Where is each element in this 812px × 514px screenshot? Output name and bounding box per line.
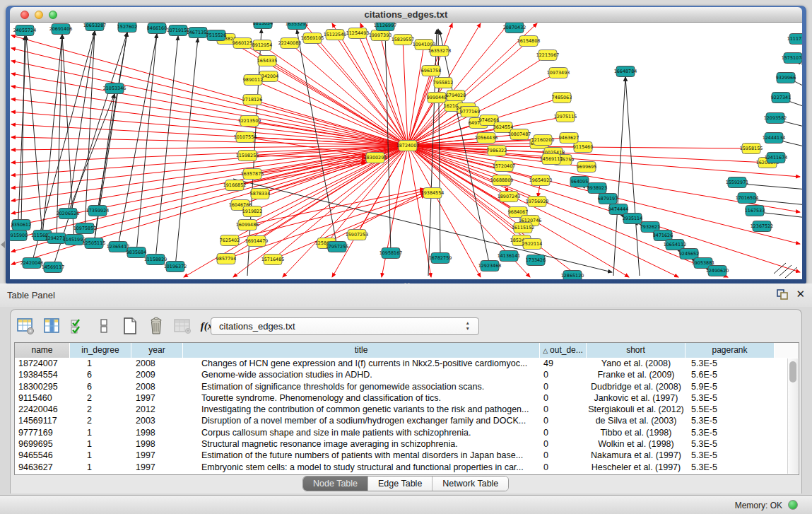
column-header-pagerank[interactable]: pagerank [686, 343, 775, 358]
cell-in_degree[interactable]: 6 [70, 381, 131, 392]
cell-pagerank[interactable]: 5.3E-5 [686, 438, 775, 450]
cell-out_de[interactable]: 0 [540, 369, 587, 380]
cell-name[interactable]: 14569117 [15, 415, 70, 426]
cell-out_de[interactable]: 0 [540, 438, 587, 450]
table-row[interactable]: 1872400712008Changes of HCN gene express… [15, 358, 799, 369]
cell-out_de[interactable]: 0 [540, 462, 587, 473]
cell-title[interactable]: Structural magnetic resonance image aver… [183, 438, 540, 450]
cell-name[interactable]: 9465546 [15, 450, 70, 461]
cell-title[interactable]: Disruption of a novel member of a sodium… [183, 415, 540, 426]
tab-edge-table[interactable]: Edge Table [368, 477, 433, 491]
cell-short[interactable]: de Silva et al. (2003) [587, 415, 686, 426]
tab-node-table[interactable]: Node Table [303, 477, 368, 491]
cell-short[interactable]: Franke et al. (2009) [587, 369, 686, 380]
column-header-short[interactable]: short [587, 343, 686, 358]
cell-in_degree[interactable]: 1 [70, 462, 131, 473]
table-row[interactable]: 977716911998Corpus callosum shape and si… [15, 427, 799, 438]
cell-out_de[interactable]: 49 [540, 358, 587, 369]
cell-out_de[interactable]: 0 [540, 427, 587, 438]
cell-title[interactable]: Genome-wide association studies in ADHD. [183, 369, 540, 380]
select-all-icon[interactable] [69, 317, 87, 336]
node-table[interactable]: namein_degreeyeartitle△out_de...shortpag… [14, 342, 799, 475]
table-row[interactable]: 1456911722003Disruption of a novel membe… [15, 415, 799, 426]
float-window-icon[interactable] [777, 289, 788, 300]
cell-year[interactable]: 1998 [131, 427, 183, 438]
cell-title[interactable]: Corpus callosum shape and size in male p… [183, 427, 540, 438]
cell-name[interactable]: 9115460 [15, 392, 70, 404]
table-header-row[interactable]: namein_degreeyeartitle△out_de...shortpag… [15, 343, 799, 358]
vertical-scrollbar[interactable] [787, 358, 798, 474]
close-panel-icon[interactable]: ✕ [796, 288, 805, 299]
cell-title[interactable]: Changes of HCN gene expression and I(f) … [183, 358, 540, 369]
cell-pagerank[interactable]: 5.3E-5 [686, 427, 775, 438]
show-columns-icon[interactable] [42, 317, 61, 336]
cell-pagerank[interactable]: 5.9E-5 [686, 381, 775, 392]
cell-pagerank[interactable]: 5.6E-5 [686, 369, 775, 380]
cell-pagerank[interactable]: 5.3E-5 [686, 358, 775, 369]
cell-year[interactable]: 2003 [131, 415, 183, 426]
collapse-panel-icon[interactable] [1, 241, 5, 248]
cell-in_degree[interactable]: 1 [70, 427, 131, 438]
cell-out_de[interactable]: 0 [540, 381, 587, 392]
network-canvas[interactable]: 7663822966012589129541654335234200498901… [10, 23, 802, 279]
cell-year[interactable]: 1997 [131, 450, 183, 461]
table-selector-dropdown[interactable]: citations_edges.txt ▲▼ [211, 317, 479, 335]
cell-name[interactable]: 18300295 [15, 381, 70, 392]
cell-title[interactable]: Embryonic stem cells: a model to study s… [183, 462, 540, 473]
cell-year[interactable]: 1998 [131, 438, 183, 450]
table-mode-icon[interactable] [16, 317, 35, 336]
column-header-year[interactable]: year [131, 343, 183, 358]
delete-table-icon[interactable] [173, 317, 192, 336]
table-row[interactable]: 946362711997Embryonic stem cells: a mode… [15, 462, 799, 473]
cell-name[interactable]: 9777169 [15, 427, 70, 438]
delete-columns-icon[interactable] [147, 317, 165, 336]
cell-year[interactable]: 1997 [131, 462, 183, 473]
table-body[interactable]: 1872400712008Changes of HCN gene express… [15, 358, 799, 473]
cell-pagerank[interactable]: 5.3E-5 [686, 462, 775, 473]
cell-name[interactable]: 18724007 [15, 358, 70, 369]
cell-out_de[interactable]: 0 [540, 404, 587, 415]
cell-short[interactable]: Hescheler et al. (1997) [587, 462, 686, 473]
cell-out_de[interactable]: 0 [540, 450, 587, 461]
cell-title[interactable]: Estimation of the future numbers of pati… [183, 450, 540, 461]
column-header-name[interactable]: name [15, 343, 70, 358]
cell-pagerank[interactable]: 5.3E-5 [686, 392, 775, 404]
cell-short[interactable]: Jankovic et al. (1997) [587, 392, 686, 404]
cell-in_degree[interactable]: 1 [70, 358, 131, 369]
cell-short[interactable]: Dudbridge et al. (2008) [587, 381, 686, 392]
cell-pagerank[interactable]: 5.3E-5 [686, 415, 775, 426]
cell-name[interactable]: 9463627 [15, 462, 70, 473]
cell-short[interactable]: Yano et al. (2008) [587, 358, 686, 369]
table-row[interactable]: 911546021997Tourette syndrome. Phenomeno… [15, 392, 799, 404]
cell-short[interactable]: Stergiakouli et al. (2012) [587, 404, 686, 415]
scrollbar-thumb[interactable] [789, 361, 796, 382]
cell-name[interactable]: 19384554 [15, 369, 70, 380]
cell-pagerank[interactable]: 5.3E-5 [686, 450, 775, 461]
cell-title[interactable]: Investigating the contribution of common… [183, 404, 540, 415]
cell-year[interactable]: 1997 [131, 392, 183, 404]
cell-in_degree[interactable]: 2 [70, 415, 131, 426]
cell-short[interactable]: Tibbo et al. (1998) [587, 427, 686, 438]
cell-name[interactable]: 9699695 [15, 438, 70, 450]
column-header-out_de[interactable]: △out_de... [540, 343, 587, 358]
window-titlebar[interactable]: citations_edges.txt [10, 7, 802, 23]
cell-short[interactable]: Wolkin et al. (1998) [587, 438, 686, 450]
cell-in_degree[interactable]: 6 [70, 369, 131, 380]
cell-name[interactable]: 22420046 [15, 404, 70, 415]
table-row[interactable]: 2242004622012Investigating the contribut… [15, 404, 799, 415]
cell-year[interactable]: 2009 [131, 369, 183, 380]
table-row[interactable]: 1830029562008Estimation of significance … [15, 381, 799, 392]
cell-in_degree[interactable]: 1 [70, 450, 131, 461]
tab-network-table[interactable]: Network Table [433, 477, 508, 491]
column-header-title[interactable]: title [183, 343, 540, 358]
cell-out_de[interactable]: 0 [540, 415, 587, 426]
new-column-icon[interactable] [121, 317, 139, 336]
table-row[interactable]: 969969511998Structural magnetic resonanc… [15, 438, 799, 450]
cell-in_degree[interactable]: 2 [70, 392, 131, 404]
cell-in_degree[interactable]: 1 [70, 438, 131, 450]
cell-year[interactable]: 2012 [131, 404, 183, 415]
cell-pagerank[interactable]: 5.5E-5 [686, 404, 775, 415]
cell-year[interactable]: 2008 [131, 358, 183, 369]
cell-title[interactable]: Estimation of significance thresholds fo… [183, 381, 540, 392]
memory-status-icon[interactable] [788, 500, 798, 510]
